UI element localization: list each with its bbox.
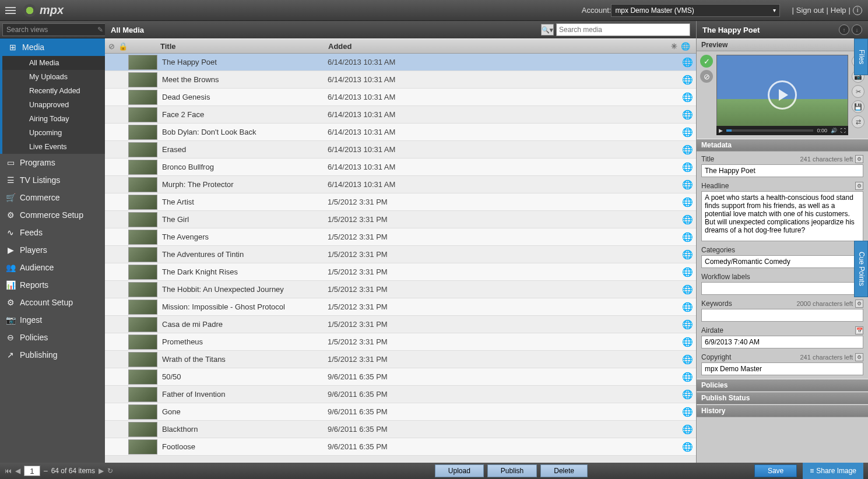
table-row[interactable]: Gone9/6/2011 6:35 PM🌐 [105, 403, 696, 421]
fullscreen-icon[interactable]: ⛶ [841, 128, 846, 133]
table-row[interactable]: Blackthorn9/6/2011 6:35 PM🌐 [105, 421, 696, 438]
globe-icon[interactable]: 🌐 [679, 75, 696, 85]
globe-icon[interactable]: 🌐 [679, 389, 696, 400]
globe-icon[interactable]: 🌐 [679, 162, 696, 172]
search-dropdown-icon[interactable]: 🔍▾ [541, 24, 554, 36]
globe-icon[interactable]: 🌐 [679, 57, 696, 68]
table-row[interactable]: The Happy Poet6/14/2013 10:31 AM🌐 [105, 54, 696, 71]
table-row[interactable]: Bob Dylan: Don't Look Back6/14/2013 10:3… [105, 124, 696, 141]
globe-icon[interactable]: 🌐 [679, 232, 696, 242]
table-row[interactable]: The Adventures of Tintin1/5/2012 3:31 PM… [105, 246, 696, 263]
table-row[interactable]: 50/509/6/2011 6:35 PM🌐 [105, 368, 696, 386]
next-page-icon[interactable]: ▶ [99, 467, 104, 475]
nav-players[interactable]: ▶Players [0, 241, 105, 259]
sidebar-sub-all-media[interactable]: All Media [2, 56, 105, 70]
table-row[interactable]: The Artist1/5/2012 3:31 PM🌐 [105, 193, 696, 211]
table-row[interactable]: The Avengers1/5/2012 3:31 PM🌐 [105, 228, 696, 246]
globe-icon[interactable]: 🌐 [679, 127, 696, 138]
sidebar-sub-upcoming[interactable]: Upcoming [2, 126, 105, 140]
nav-media[interactable]: ⊞Media [2, 38, 105, 56]
save-button[interactable]: Save [754, 464, 797, 477]
globe-icon[interactable]: 🌐 [679, 354, 696, 365]
keywords-field[interactable] [701, 309, 863, 322]
globe-icon[interactable]: 🌐 [679, 214, 696, 225]
table-row[interactable]: Murph: The Protector6/14/2013 10:31 AM🌐 [105, 176, 696, 193]
search-media-input[interactable] [556, 23, 690, 36]
globe-icon[interactable]: 🌐 [679, 145, 696, 155]
publish-status-section[interactable]: Publish Status [697, 392, 868, 404]
globe-icon[interactable]: 🌐 [679, 407, 696, 417]
airdate-field[interactable] [701, 336, 863, 348]
prev-page-icon[interactable]: ◀ [15, 467, 20, 475]
nav-feeds[interactable]: ∿Feeds [0, 224, 105, 241]
table-row[interactable]: Mission: Impossible - Ghost Protocol1/5/… [105, 298, 696, 316]
globe-icon[interactable]: 🌐 [679, 337, 696, 347]
menu-button[interactable] [0, 0, 21, 21]
title-field[interactable] [701, 164, 863, 177]
sidebar-sub-live-events[interactable]: Live Events [2, 140, 105, 154]
table-row[interactable]: Casa de mi Padre1/5/2012 3:31 PM🌐 [105, 316, 696, 333]
globe-icon[interactable]: 🌐 [679, 424, 696, 435]
sidebar-sub-recently-added[interactable]: Recently Added [2, 84, 105, 98]
nav-ingest[interactable]: 📷Ingest [0, 311, 105, 329]
nav-reports[interactable]: 📊Reports [0, 276, 105, 294]
refresh-icon[interactable]: ↻ [107, 467, 113, 475]
gear-icon[interactable]: ⚙ [855, 353, 863, 361]
nav-tv-listings[interactable]: ☰TV Listings [0, 171, 105, 189]
search-views-input[interactable]: Search views ✎ [2, 23, 107, 36]
globe-icon[interactable]: 🌐 [679, 284, 696, 295]
upload-button[interactable]: Upload [435, 464, 484, 477]
globe-icon[interactable]: 🌐 [679, 302, 696, 312]
table-row[interactable]: The Hobbit: An Unexpected Journey1/5/201… [105, 281, 696, 298]
info-icon[interactable]: i [853, 6, 862, 15]
nav-commerce[interactable]: 🛒Commerce [0, 189, 105, 206]
page-input[interactable] [24, 466, 40, 476]
up-arrow-icon[interactable]: ↑ [839, 24, 849, 35]
calendar-icon[interactable]: 📅 [855, 326, 863, 334]
account-select[interactable]: mpx Demo Master (VMS) ▾ [611, 4, 780, 17]
sidebar-sub-unapproved[interactable]: Unapproved [2, 98, 105, 112]
globe-icon[interactable]: 🌐 [679, 110, 696, 120]
table-row[interactable]: Father of Invention9/6/2011 6:35 PM🌐 [105, 386, 696, 403]
sidebar-sub-airing-today[interactable]: Airing Today [2, 112, 105, 126]
share-image-button[interactable]: ≡Share Image [803, 463, 863, 479]
first-page-icon[interactable]: ⏮ [5, 467, 12, 475]
nav-programs[interactable]: ▭Programs [0, 154, 105, 171]
table-row[interactable]: Wrath of the Titans1/5/2012 3:31 PM🌐 [105, 351, 696, 368]
help-link[interactable]: Help [831, 6, 846, 15]
globe-icon[interactable]: 🌐 [679, 267, 696, 277]
table-row[interactable]: Face 2 Face6/14/2013 10:31 AM🌐 [105, 106, 696, 124]
down-arrow-icon[interactable]: ↓ [852, 24, 862, 35]
globe-icon[interactable]: 🌐 [679, 197, 696, 207]
play-icon[interactable] [768, 80, 797, 110]
video-track[interactable] [726, 129, 813, 132]
table-row[interactable]: Meet the Browns6/14/2013 10:31 AM🌐 [105, 71, 696, 89]
nav-policies[interactable]: ⊖Policies [0, 329, 105, 346]
lock-icon[interactable]: 🔒 [118, 42, 128, 51]
headline-field[interactable]: A poet who starts a health-conscious foo… [701, 191, 863, 241]
nav-commerce-setup[interactable]: ⚙Commerce Setup [0, 206, 105, 224]
play-button-icon[interactable]: ▶ [719, 128, 723, 133]
volume-icon[interactable]: 🔊 [831, 128, 837, 133]
workflow-field[interactable] [701, 282, 863, 295]
disable-icon[interactable]: ⊘ [700, 70, 713, 83]
globe-icon[interactable]: 🌐 [679, 179, 696, 190]
nav-publishing[interactable]: ↗Publishing [0, 346, 105, 364]
table-row[interactable]: Dead Genesis6/14/2013 10:31 AM🌐 [105, 89, 696, 106]
table-row[interactable]: Prometheus1/5/2012 3:31 PM🌐 [105, 333, 696, 351]
signout-link[interactable]: Sign out [796, 6, 824, 15]
globe-icon[interactable]: 🌐 [679, 442, 696, 452]
copyright-field[interactable] [701, 362, 863, 375]
video-preview[interactable] [716, 55, 848, 135]
table-row[interactable]: Bronco Bullfrog6/14/2013 10:31 AM🌐 [105, 159, 696, 176]
table-row[interactable]: Erased6/14/2013 10:31 AM🌐 [105, 141, 696, 159]
table-row[interactable]: The Dark Knight Rises1/5/2012 3:31 PM🌐 [105, 263, 696, 281]
nav-account-setup[interactable]: ⚙Account Setup [0, 294, 105, 311]
files-tab[interactable]: Files [854, 38, 868, 75]
globe-icon[interactable]: 🌐 [679, 319, 696, 330]
table-row[interactable]: Footloose9/6/2011 6:35 PM🌐 [105, 438, 696, 456]
globe-icon[interactable]: 🌐 [679, 92, 696, 103]
publish-button[interactable]: Publish [487, 464, 537, 477]
categories-field[interactable] [701, 255, 863, 268]
video-controls[interactable]: ▶ 0:00 🔊 ⛶ [716, 126, 848, 135]
